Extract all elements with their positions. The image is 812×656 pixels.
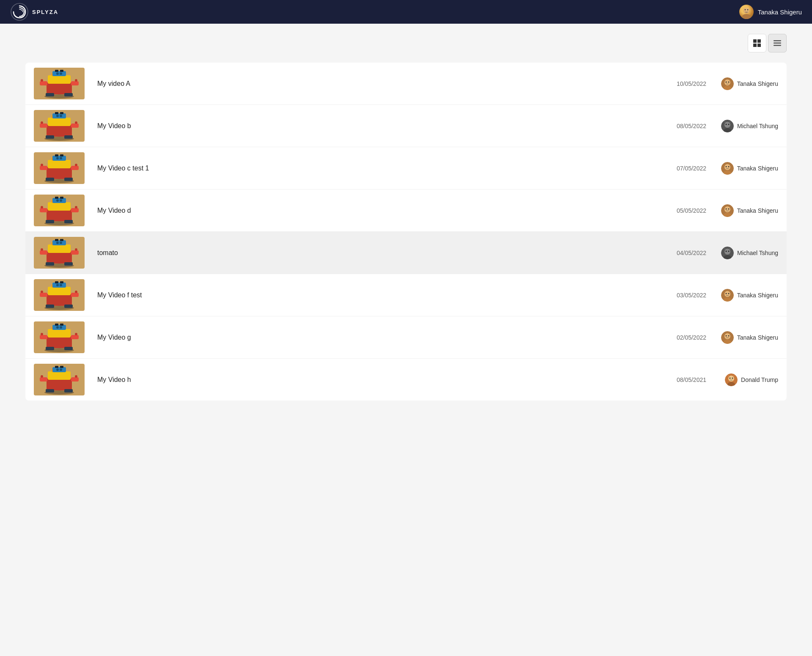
svg-rect-33	[55, 70, 58, 72]
list-item[interactable]: tomato 04/05/2022 Michael Tshung	[25, 232, 787, 274]
svg-point-119	[728, 208, 729, 209]
svg-rect-223	[60, 366, 63, 368]
svg-rect-7	[757, 39, 761, 43]
list-item[interactable]: My Video g 02/05/2022 Tanaka Shigeru	[25, 316, 787, 359]
svg-rect-135	[40, 250, 47, 255]
video-thumbnail	[34, 237, 85, 269]
svg-point-91	[725, 166, 727, 167]
svg-point-84	[75, 164, 77, 166]
svg-point-188	[60, 326, 62, 329]
svg-point-165	[75, 291, 77, 293]
svg-rect-141	[55, 239, 58, 241]
video-owner: Michael Tshung	[706, 120, 778, 132]
svg-rect-128	[48, 244, 71, 253]
svg-point-200	[728, 335, 729, 336]
svg-rect-87	[55, 154, 58, 156]
svg-point-37	[725, 81, 727, 82]
svg-rect-193	[46, 347, 54, 350]
svg-rect-167	[64, 305, 73, 308]
list-item[interactable]: My Video f test 03/05/2022 Tanaka Shiger…	[25, 274, 787, 316]
svg-point-219	[75, 375, 77, 378]
video-title: My Video b	[85, 122, 651, 130]
svg-rect-112	[46, 220, 54, 223]
svg-rect-177	[47, 336, 72, 348]
svg-point-30	[75, 79, 77, 82]
list-item[interactable]: My Video d 05/05/2022 Tanaka Shigeru	[25, 189, 787, 232]
list-view-button[interactable]	[768, 34, 787, 52]
svg-rect-132	[52, 240, 66, 245]
svg-point-226	[730, 377, 731, 379]
svg-rect-142	[60, 239, 63, 241]
svg-point-110	[41, 206, 43, 209]
svg-point-106	[56, 199, 59, 202]
svg-rect-28	[71, 81, 79, 85]
svg-rect-123	[47, 252, 72, 263]
svg-rect-196	[60, 324, 63, 326]
svg-rect-51	[52, 113, 66, 118]
user-info[interactable]: Tanaka Shigeru	[739, 5, 802, 19]
video-thumbnail	[34, 321, 85, 353]
svg-rect-82	[71, 166, 79, 170]
svg-point-79	[56, 157, 59, 159]
svg-rect-213	[52, 367, 66, 372]
list-icon	[773, 39, 782, 47]
owner-avatar	[721, 247, 734, 259]
svg-point-214	[56, 368, 59, 371]
svg-rect-55	[71, 124, 79, 128]
video-owner: Tanaka Shigeru	[706, 331, 778, 344]
svg-rect-47	[48, 118, 71, 126]
view-toolbar	[25, 34, 787, 52]
video-owner: Tanaka Shigeru	[706, 77, 778, 90]
svg-rect-195	[55, 324, 58, 326]
video-thumbnail	[34, 152, 85, 184]
grid-view-button[interactable]	[748, 34, 766, 52]
svg-point-57	[75, 121, 77, 124]
svg-point-80	[60, 157, 62, 159]
svg-point-38	[728, 81, 729, 82]
svg-rect-169	[60, 281, 63, 283]
svg-rect-105	[52, 198, 66, 203]
svg-point-118	[725, 208, 727, 209]
svg-rect-15	[47, 82, 72, 94]
video-title: My Video d	[85, 207, 651, 214]
svg-rect-166	[46, 305, 54, 308]
video-date: 07/05/2022	[651, 165, 706, 172]
svg-point-3	[744, 8, 749, 13]
svg-rect-27	[40, 81, 47, 85]
svg-rect-11	[774, 43, 781, 44]
owner-name: Tanaka Shigeru	[737, 334, 778, 341]
list-item[interactable]: My Video b 08/05/2022 Michael Tshung	[25, 105, 787, 147]
svg-rect-209	[48, 371, 71, 380]
svg-rect-194	[64, 347, 73, 350]
video-thumbnail	[34, 110, 85, 142]
svg-rect-217	[71, 377, 79, 382]
owner-name: Tanaka Shigeru	[737, 207, 778, 214]
list-item[interactable]: My video A 10/05/2022 Tanaka Shigeru	[25, 63, 787, 105]
video-date: 05/05/2022	[651, 207, 706, 214]
svg-rect-136	[71, 250, 79, 255]
list-item[interactable]: My Video c test 1 07/05/2022 Tanaka Shig…	[25, 147, 787, 189]
svg-point-191	[41, 333, 43, 335]
svg-rect-74	[48, 160, 71, 168]
owner-avatar	[721, 120, 734, 132]
svg-rect-8	[753, 44, 757, 47]
video-date: 02/05/2022	[651, 334, 706, 341]
list-item[interactable]: My Video h 08/05/2021 Donald Trump	[25, 359, 787, 401]
video-date: 04/05/2022	[651, 250, 706, 256]
svg-point-83	[41, 164, 43, 166]
video-thumbnail	[34, 279, 85, 311]
svg-rect-81	[40, 166, 47, 170]
svg-point-144	[724, 249, 730, 255]
svg-rect-168	[55, 281, 58, 283]
svg-point-215	[60, 368, 62, 371]
svg-point-56	[41, 121, 43, 124]
svg-rect-10	[774, 40, 781, 41]
svg-rect-88	[60, 154, 63, 156]
svg-point-65	[728, 124, 729, 125]
svg-point-146	[728, 250, 729, 252]
owner-avatar	[721, 162, 734, 175]
logo-area: SPLYZA	[10, 3, 58, 21]
header-avatar	[739, 5, 754, 19]
svg-point-52	[56, 115, 59, 117]
svg-point-26	[60, 72, 62, 75]
